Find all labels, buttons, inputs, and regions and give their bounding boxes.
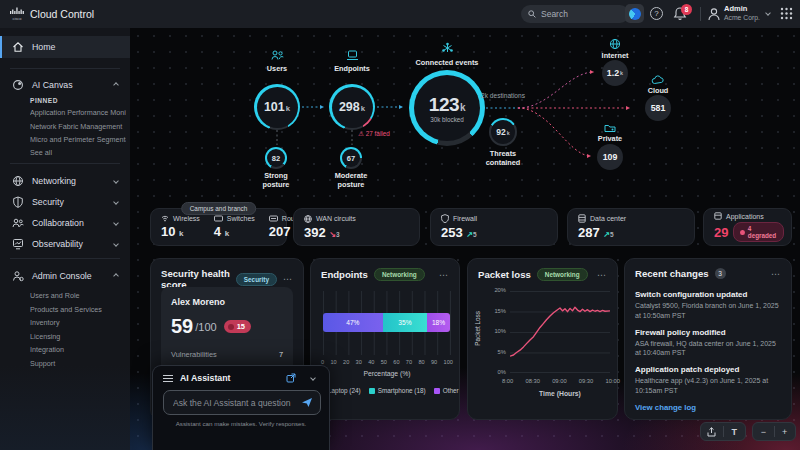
changes-count-badge: 3 [715,268,726,279]
export-button[interactable] [701,423,723,440]
chevron-up-icon [113,82,119,88]
wan-icon [304,215,312,223]
user-menu-chevron-icon[interactable] [765,10,771,16]
security-user-name: Alex Moreno [171,297,283,307]
change-item[interactable]: Application patch deployedHealthcare app… [625,365,791,396]
help-icon[interactable]: ? [650,7,663,20]
collapse-chevron-icon[interactable] [310,375,316,381]
vulnerabilities-row: Vulnerabilities7 [171,350,283,359]
endpoints-chart-card: Endpoints Networking ⋯ 47%35%18% 0102030… [310,258,460,420]
sidebar-divider [10,68,120,69]
endpoints-card-title: Endpoints [321,269,368,280]
zoom-controls-group: − + [752,422,796,441]
observability-icon [12,238,24,250]
change-item[interactable]: Switch configuration updatedCatalyst 950… [625,290,791,321]
card-menu-icon[interactable]: ⋯ [597,270,607,280]
wireless-stat: Wireless 10 k [161,215,200,239]
user-avatar-icon[interactable] [707,7,721,21]
user-menu[interactable]: Admin Acme Corp. [724,5,760,21]
sidebar-item-admin-console[interactable]: Admin Console [0,266,130,286]
ai-question-input[interactable] [171,397,301,409]
zoom-out-button[interactable]: − [753,423,774,440]
sidebar-item-licensing[interactable]: Licensing [30,332,126,341]
applications-card[interactable]: Applications 29 4 degraded [703,208,792,246]
sidebar-item-security[interactable]: Security [0,192,130,212]
data-center-card[interactable]: Data center 287 ↗5 [567,208,695,246]
search-placeholder: Search [541,9,568,19]
sidebar-item-integration[interactable]: Integration [30,345,126,354]
applications-icon [714,212,722,220]
chevron-up-icon [113,273,119,279]
data-center-icon [578,214,586,223]
card-menu-icon[interactable]: ⋯ [439,270,449,280]
networking-badge: Networking [537,268,588,281]
endpoints-stacked-bar: 47%35%18% [323,313,450,332]
sidebar-item-home[interactable]: Home [0,36,130,58]
degraded-dot-icon [740,230,744,235]
sidebar-item-network-fabric[interactable]: Network Fabric Management [30,122,126,131]
switches-stat: Switches 4 k [214,215,255,239]
sidebar-item-micro-perimeter[interactable]: Micro and Perimeter Segmentation [30,135,126,144]
packet-loss-y-axis-label: Packet Loss [474,311,481,346]
wan-circuits-stat: WAN circuits 392 ↘3 [304,215,356,240]
send-icon[interactable] [301,397,313,408]
risk-icon [228,324,234,330]
app-title: Cloud Control [30,8,94,20]
packet-loss-card-title: Packet loss [478,269,531,280]
app-grid-icon[interactable] [780,7,793,20]
sidebar-item-networking[interactable]: Networking [0,171,130,191]
packet-loss-x-axis-label: Time (Hours) [510,390,610,397]
chevron-down-icon [113,220,119,226]
zoom-in-button[interactable]: + [774,423,795,440]
endpoints-legend: Laptop (24) Smartphone (18) Other [319,387,459,394]
packet-loss-x-ticks: 8:0008:3009:0009:3010:00 [502,378,620,384]
recent-changes-title: Recent changes [635,268,709,279]
text-tool-button[interactable]: T [724,423,746,440]
sidebar-divider [10,163,120,164]
view-change-log-link[interactable]: View change log [625,403,706,412]
packet-loss-plot [510,291,610,373]
open-in-new-icon[interactable] [286,373,296,383]
wan-circuits-card[interactable]: WAN circuits 392 ↘3 [293,208,420,246]
sidebar-item-collaboration[interactable]: Collaboration [0,213,130,233]
search-icon [528,10,536,18]
legend-item-smartphone: Smartphone (18) [369,387,426,394]
sidebar-item-products-services[interactable]: Products and Services [30,305,126,314]
campus-branch-card[interactable]: Campus and branch Wireless 10 k Switches… [150,208,287,246]
sidebar-item-users-and-role[interactable]: Users and Role [30,291,126,300]
sidebar-item-ai-canvas[interactable]: AI Canvas [0,76,130,94]
globe-icon [12,175,24,187]
sidebar-item-inventory[interactable]: Inventory [30,318,126,327]
firewall-stat: Firewall 253 ↗5 [441,214,477,240]
router-icon [269,215,278,222]
card-menu-icon[interactable]: ⋯ [771,269,781,279]
risk-count-badge: 15 [224,320,251,333]
sidebar-item-support[interactable]: Support [30,359,126,368]
user-name: Admin [724,5,760,14]
campus-branch-group-label: Campus and branch [181,202,257,215]
ai-assistant-panel: AI Assistant Assistant can make mistakes… [152,365,330,450]
menu-icon[interactable] [163,375,173,382]
ai-question-inputwrap [163,390,321,415]
degraded-badge: 4 degraded [733,222,783,242]
card-menu-icon[interactable]: ⋯ [283,274,293,284]
search-input[interactable]: Search [521,5,629,23]
sidebar-item-app-perf-monitor[interactable]: Application Performance Monitor... [30,108,126,117]
sidebar-item-observability[interactable]: Observability [0,234,130,254]
firewall-card[interactable]: Firewall 253 ↗5 [430,208,558,246]
user-org: Acme Corp. [724,14,760,22]
security-score: 59 [171,315,193,338]
cloud-control-app: cisco Cloud Control Search ? 8 Admin Acm… [0,0,800,450]
chevron-down-icon [113,199,119,205]
change-item[interactable]: Firewall policy modifiedASA firewall, HQ… [625,328,791,359]
sidebar-divider [10,258,120,259]
ai-assistant-launcher-button[interactable] [625,4,644,23]
endpoints-chart-grid: 47%35%18% [323,291,451,355]
pinned-label: PINNED [30,97,58,104]
canvas-tools-group: T [700,422,746,441]
packet-loss-card: Packet loss Networking ⋯ Packet Loss 20%… [467,258,618,420]
admin-console-icon [12,270,24,282]
notification-count-badge: 8 [681,4,692,15]
switch-icon [214,215,223,222]
sidebar-item-see-all[interactable]: See all [30,148,126,157]
